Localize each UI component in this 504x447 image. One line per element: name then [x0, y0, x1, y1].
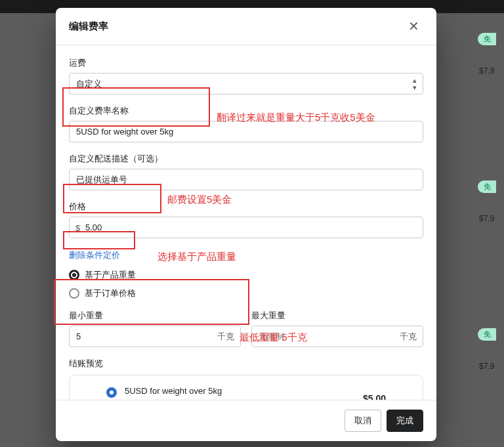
max-weight-field: 最大重量 千克 [251, 310, 423, 347]
radio-price-label: 基于订单价格 [85, 287, 136, 299]
radio-price[interactable]: 基于订单价格 [69, 287, 423, 299]
close-button[interactable]: ✕ [404, 17, 423, 35]
weight-unit: 千克 [217, 331, 234, 343]
price-field: 价格 $ [69, 201, 423, 238]
desc-field: 自定义配送描述（可选） [69, 153, 423, 190]
preview-price: $5.00 [363, 393, 386, 400]
radio-icon [69, 288, 79, 299]
preview-name: 5USD for weight over 5kg [125, 386, 222, 396]
currency-symbol: $ [75, 223, 80, 232]
rate-name-field: 自定义费率名称 [69, 105, 423, 142]
condition-radio-group: 基于产品重量 基于订单价格 [69, 269, 423, 299]
min-weight-input[interactable] [69, 326, 241, 347]
preview-section: 结账预览 5USD for weight over 5kg 已提供运单号 $5.… [69, 358, 423, 400]
preview-desc: 已提供运单号 [125, 398, 222, 400]
min-weight-field: 最小重量 千克 [69, 310, 241, 347]
edit-rate-modal: 编辑费率 ✕ 运费 自定义 ▴▾ 自定义费率名称 自定义配送描述（可选） 价格 [56, 8, 436, 441]
cancel-button[interactable]: 取消 [345, 410, 381, 432]
desc-label: 自定义配送描述（可选） [69, 153, 423, 165]
preview-card: 5USD for weight over 5kg 已提供运单号 $5.00 [69, 375, 423, 400]
rate-name-input[interactable] [69, 121, 423, 142]
bg-price: $7.9 [478, 359, 504, 373]
background-list: 免 $7.9 免 $7.9 免 $7.9 [478, 33, 504, 373]
modal-title: 编辑费率 [69, 20, 108, 33]
modal-footer: 取消 完成 [56, 400, 436, 441]
shipping-field: 运费 自定义 ▴▾ [69, 57, 423, 95]
free-badge: 免 [478, 33, 496, 45]
radio-weight[interactable]: 基于产品重量 [69, 269, 423, 281]
bg-price: $7.9 [478, 211, 504, 226]
weight-unit: 千克 [400, 331, 417, 343]
radio-icon [69, 270, 79, 280]
radio-weight-label: 基于产品重量 [85, 269, 136, 281]
max-weight-label: 最大重量 [251, 310, 423, 322]
remove-condition-link[interactable]: 删除条件定价 [69, 249, 120, 261]
price-label: 价格 [69, 201, 423, 213]
modal-body: 运费 自定义 ▴▾ 自定义费率名称 自定义配送描述（可选） 价格 $ 删除条件定… [56, 45, 436, 400]
min-weight-label: 最小重量 [69, 310, 241, 322]
done-button[interactable]: 完成 [387, 410, 423, 432]
price-input[interactable] [69, 217, 423, 238]
preview-radio-icon [106, 387, 117, 398]
free-badge: 免 [478, 328, 496, 341]
weight-row: 最小重量 千克 最大重量 千克 [69, 310, 423, 358]
modal-header: 编辑费率 ✕ [56, 8, 436, 45]
max-weight-input[interactable] [251, 326, 423, 347]
shipping-select[interactable]: 自定义 [69, 73, 423, 95]
close-icon: ✕ [408, 19, 419, 33]
bg-price: $7.9 [478, 64, 504, 78]
desc-input[interactable] [69, 169, 423, 190]
free-badge: 免 [478, 181, 496, 193]
rate-name-label: 自定义费率名称 [69, 105, 423, 117]
preview-label: 结账预览 [69, 358, 423, 370]
shipping-label: 运费 [69, 57, 423, 69]
